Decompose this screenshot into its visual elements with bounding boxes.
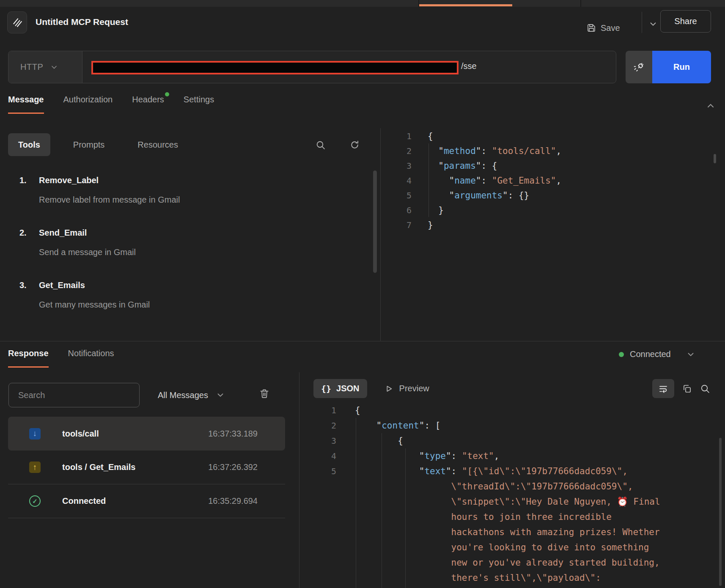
code-segment: content — [382, 420, 419, 431]
capability-toolbar — [315, 140, 360, 150]
request-tab[interactable]: Authorization — [63, 95, 113, 114]
response-body-viewer[interactable]: 1 { 2 "content": [ 3 { 4 "type": "text",… — [299, 403, 705, 588]
status-label: Connected — [630, 349, 671, 359]
collapse-section-chevron-up-icon[interactable] — [704, 99, 717, 113]
code-text: { — [355, 405, 360, 415]
code-segment: params — [444, 161, 476, 171]
message-filter-dropdown[interactable]: All Messages — [158, 383, 225, 407]
refresh-icon[interactable] — [349, 140, 360, 150]
code-segment: hours to join three incredible — [355, 512, 612, 522]
tool-name: Remove_Label — [39, 176, 99, 185]
page-title: Untitled MCP Request — [36, 17, 128, 27]
method-label: HTTP — [20, 62, 43, 72]
request-body-editor[interactable]: 1 { 2 "method": "tools/call", 3 "params"… — [380, 129, 714, 232]
connection-status-dropdown[interactable]: Connected — [619, 349, 695, 359]
chevron-down-icon — [50, 63, 58, 71]
url-input-redacted[interactable] — [91, 61, 459, 74]
code-line: 3 { — [299, 433, 705, 448]
code-segment: ": {} — [503, 190, 529, 201]
tab-separator — [580, 0, 581, 7]
code-segment: "tools/call" — [492, 146, 556, 156]
code-text: "params": { — [428, 161, 497, 171]
response-tab[interactable]: Notifications — [68, 349, 114, 368]
word-wrap-button[interactable] — [652, 379, 674, 398]
code-segment: text — [424, 466, 446, 476]
line-number: 5 — [380, 190, 412, 201]
response-tab[interactable]: Response — [8, 349, 49, 368]
tool-index: 1. — [19, 176, 27, 185]
request-header: Untitled MCP Request Save Share — [0, 7, 725, 44]
braces-icon: {} — [321, 384, 331, 394]
divider — [642, 12, 642, 33]
tool-list-item[interactable]: 1. Remove_Label Remove label from messag… — [0, 176, 364, 228]
save-options-chevron-down-icon[interactable] — [646, 17, 660, 31]
line-number: 7 — [380, 220, 412, 230]
search-icon[interactable] — [315, 140, 326, 150]
message-list: ↓ tools/call 16:37:33.189 ↑ tools / Get_… — [8, 417, 285, 518]
code-text: \"threadId\":\"197b77666dadc059\", — [355, 481, 633, 492]
message-row[interactable]: ↑ tools / Get_Emails 16:37:26.392 — [8, 451, 285, 484]
code-text: { — [355, 436, 403, 446]
share-button[interactable]: Share — [660, 10, 711, 33]
message-label: tools/call — [62, 429, 99, 439]
capability-tab[interactable]: Prompts — [63, 133, 115, 156]
save-label: Save — [601, 23, 620, 33]
code-segment: arguments — [454, 190, 503, 201]
play-icon — [384, 384, 393, 393]
json-view-button[interactable]: {} JSON — [313, 379, 367, 398]
message-timestamp: 16:35:29.694 — [208, 496, 258, 506]
search-icon[interactable] — [700, 383, 710, 394]
code-segment: "Get_Emails" — [492, 176, 556, 186]
code-text: "method": "tools/call", — [428, 146, 561, 156]
code-line: hours to join three incredible — [299, 509, 705, 525]
copy-icon[interactable] — [682, 384, 692, 394]
message-direction-icon: ✓ — [29, 495, 41, 507]
code-segment: " — [355, 420, 382, 431]
tool-list-item[interactable]: 3. Get_Emails Get many messages in Gmail — [0, 280, 364, 333]
response-scrollbar[interactable] — [719, 438, 722, 586]
line-number: 3 — [299, 436, 336, 446]
window-tab-strip — [0, 0, 725, 7]
message-direction-icon: ↑ — [29, 462, 41, 473]
code-line: 2 "content": [ — [299, 418, 705, 433]
request-url-bar: HTTP /sse — [8, 51, 616, 83]
indent-guide — [405, 448, 406, 588]
editor-scrollbar[interactable] — [714, 154, 716, 163]
code-segment: \"snippet\":\"Hey Dale Nguyen, ⏰ Final — [355, 497, 660, 507]
method-dropdown[interactable]: HTTP — [8, 51, 82, 83]
search-input[interactable] — [8, 383, 140, 407]
clear-messages-trash-icon[interactable] — [259, 388, 270, 399]
save-button[interactable]: Save — [586, 16, 620, 40]
line-number: 2 — [380, 146, 412, 156]
capability-tab[interactable]: Resources — [127, 133, 188, 156]
response-viewer-toolbar: {} JSON Preview — [313, 379, 429, 398]
message-direction-icon: ↓ — [29, 428, 41, 440]
code-line: there's still\",\"payload\": — [299, 570, 705, 585]
request-tab[interactable]: Message — [8, 95, 44, 114]
code-segment: " — [428, 176, 454, 186]
capability-tab[interactable]: Tools — [8, 133, 50, 156]
line-number: 1 — [299, 405, 336, 415]
preview-label: Preview — [399, 384, 429, 393]
disconnect-button[interactable] — [626, 51, 652, 83]
code-line: 1 { — [299, 403, 705, 418]
request-tab[interactable]: Headers — [132, 95, 164, 114]
code-segment: } — [428, 220, 433, 230]
preview-view-button[interactable]: Preview — [384, 384, 429, 393]
message-timestamp: 16:37:26.392 — [208, 462, 258, 472]
line-number: 3 — [380, 161, 412, 171]
code-segment: { — [355, 405, 360, 415]
message-row[interactable]: ✓ Connected 16:35:29.694 — [8, 484, 285, 518]
request-tab[interactable]: Settings — [184, 95, 214, 114]
code-segment: , — [556, 146, 561, 156]
code-text: "type": "text", — [355, 451, 499, 461]
message-row[interactable]: ↓ tools/call 16:37:33.189 — [8, 417, 285, 451]
tool-description: Send a message in Gmail — [39, 247, 136, 257]
capabilities-tabs: Tools Prompts Resources — [8, 133, 188, 156]
tools-scrollbar[interactable] — [373, 170, 377, 273]
code-segment: "text" — [462, 451, 494, 461]
tool-list-item[interactable]: 2. Send_Email Send a message in Gmail — [0, 228, 364, 280]
code-line: 3 "params": { — [380, 158, 714, 173]
run-button[interactable]: Run — [652, 51, 711, 83]
code-segment: , — [556, 176, 561, 186]
